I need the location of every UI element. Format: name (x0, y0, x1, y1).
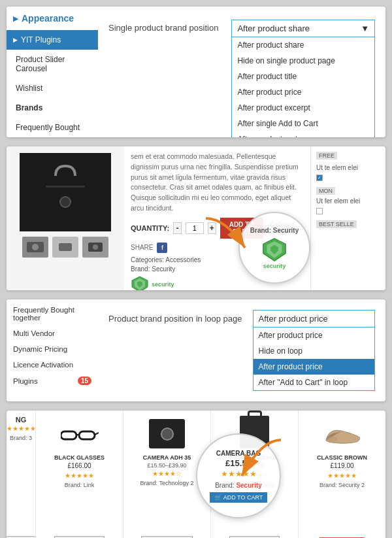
dropdown3-option-0[interactable]: After product price (253, 328, 374, 343)
camera-brand: Brand: Technology 2 (140, 480, 194, 486)
share-label: SHARE (131, 244, 153, 251)
checkbox-row-2 (316, 208, 380, 214)
checkbox-2[interactable] (316, 208, 323, 214)
spotlight-security-logo (261, 237, 287, 263)
card-product-detail-preview: sem et erat commodo malesuada. Pellentes… (7, 146, 385, 290)
shoes-price: £119.00 (330, 462, 353, 469)
dropdown3-option-1[interactable]: Hide on loop (253, 343, 374, 359)
sidebar-item-wishlist[interactable]: Wishlist (7, 78, 98, 98)
card3-content: Product brand position in loop page Afte… (98, 299, 385, 401)
partial-stars: ★★★★★ (7, 425, 36, 432)
partial-brand: Brand: 3 (10, 435, 32, 441)
dropdown3-option-2[interactable]: After product price (253, 359, 374, 375)
thumbnail-3[interactable] (82, 237, 108, 258)
right-col-text2: Ut fer elem elei (316, 197, 380, 206)
camera-price: £15.50–£39.90 (147, 462, 186, 469)
product-image-section (7, 146, 124, 290)
checkbox-row-1: ✓ (316, 175, 380, 181)
svg-rect-1 (46, 186, 85, 188)
checkbox-1[interactable]: ✓ (316, 175, 323, 181)
sidebar-item-appearance[interactable]: Appearance (7, 7, 98, 30)
quantity-decrease-button[interactable]: - (173, 222, 182, 234)
shoes-svg (323, 421, 362, 447)
sidebar3-item-multivendor[interactable]: Multi Vendor (7, 326, 98, 341)
sidebar-item-frequently-label: Frequently Bought (16, 123, 80, 132)
spotlight-add-to-cart-button[interactable]: 🛒 ADD TO CART (210, 492, 268, 503)
dropdown-option-5[interactable]: After single Add to Cart (232, 116, 374, 131)
sidebar-item-appearance-label: Appearance (22, 13, 74, 24)
dropdown3-selected-value[interactable]: After product price (253, 310, 375, 328)
product-sidebar-right: FREE Ut te elem elei ✓ MON Ut fer elem e… (310, 146, 385, 290)
sidebar-item-slider[interactable]: Product Slider Carousel (7, 50, 98, 78)
free-badge: FREE (316, 152, 337, 160)
plugins-badge: 15 (78, 377, 91, 385)
glasses-product-name: BLACK GLASSES (54, 454, 105, 461)
security-logo-label: security (152, 281, 174, 288)
product-thumbnails (22, 237, 108, 258)
cart-icon-spotlight: 🛒 (214, 494, 221, 501)
shoes-product-name: CLASSIC BROWN (317, 454, 367, 461)
spotlight-brand-name: security (263, 263, 286, 269)
partial-product-name: NG (16, 416, 27, 424)
svg-point-2 (60, 197, 71, 207)
loop-brand-position-label: Product brand position in loop page (108, 312, 242, 326)
camera-lens (161, 428, 174, 441)
sidebar-item-frequently[interactable]: Frequently Bought (7, 118, 98, 137)
sidebar: Appearance YIT Plugins Product Slider Ca… (7, 7, 98, 137)
shoes-brand: Brand: Security 2 (319, 482, 365, 488)
brand-position-dropdown[interactable]: After product share ▼ After product shar… (231, 20, 375, 37)
glasses-price: £166.00 (67, 462, 91, 469)
chevron-down-icon: ▼ (361, 24, 369, 33)
facebook-share-button[interactable]: f (157, 243, 167, 253)
setting-label-brand-position: Single product brand position (108, 22, 218, 34)
shoes-stars: ★★★★★ (327, 472, 357, 479)
dropdown-selected-value[interactable]: After product share ▼ (231, 20, 375, 37)
svg-rect-15 (61, 431, 76, 439)
best-seller-badge: BEST SELLE (316, 220, 357, 228)
dropdown3-option-3[interactable]: After "Add to Cart" in loop (253, 375, 374, 390)
sidebar3-item-licence[interactable]: Licence Activation (7, 357, 98, 373)
product-detail-layout: sem et erat commodo malesuada. Pellentes… (7, 146, 385, 290)
sidebar3-item-frequently[interactable]: Frequently Bought together (7, 302, 98, 326)
thumbnail-2[interactable] (52, 237, 78, 258)
sidebar-item-brands[interactable]: Brands (7, 98, 98, 118)
right-col-text1: Ut te elem elei (316, 163, 380, 173)
mon-badge: MON (316, 187, 335, 195)
svg-rect-5 (59, 243, 72, 251)
card-loop-setting: Frequently Bought together Multi Vendor … (7, 299, 385, 401)
sidebar-item-wishlist-label: Wishlist (16, 84, 42, 93)
dropdown-list: After product share Hide on single produ… (231, 37, 375, 137)
dropdown3-list: After product price Hide on loop After p… (253, 328, 375, 391)
camera-box (149, 419, 185, 448)
dropdown-option-2[interactable]: After product title (232, 69, 374, 84)
product-main-image (20, 153, 111, 231)
sidebar-item-yit-plugins[interactable]: YIT Plugins (7, 30, 98, 50)
quantity-label: QUANTITY: (131, 224, 169, 232)
dropdown-option-6[interactable]: After product meta (232, 131, 374, 137)
svg-point-20 (327, 436, 336, 441)
sidebar3: Frequently Bought together Multi Vendor … (7, 299, 98, 401)
glasses-stars: ★★★★★ (65, 472, 94, 479)
security-brand-logo (131, 275, 149, 291)
glasses-image (60, 416, 99, 452)
shoes-image (323, 416, 362, 452)
svg-point-4 (32, 244, 39, 250)
card-appearance-setting: Appearance YIT Plugins Product Slider Ca… (7, 7, 385, 137)
sidebar3-item-plugins[interactable]: Plugins 15 (7, 373, 98, 389)
loop-brand-position-dropdown[interactable]: After product price After product price … (253, 310, 375, 391)
sidebar3-item-dynamic[interactable]: Dynamic Pricing (7, 341, 98, 357)
dropdown-option-4[interactable]: After product excerpt (232, 100, 374, 116)
dropdown-option-1[interactable]: Hide on single product page (232, 53, 374, 69)
sidebar-item-brands-label: Brands (16, 103, 42, 112)
svg-point-7 (93, 244, 98, 250)
arrow-indicator-card2 (199, 212, 265, 264)
product-col-partial: NG ★★★★★ Brand: 3 🛒 CART (7, 411, 36, 538)
product-description: sem et erat commodo malesuada. Pellentes… (131, 152, 304, 214)
dropdown-option-0[interactable]: After product share (232, 37, 374, 53)
product-col-shoes: CLASSIC BROWN £119.00 ★★★★★ Brand: Secur… (299, 411, 385, 538)
dropdown-option-3[interactable]: After product price (232, 84, 374, 100)
camera-stars: ★★★★☆ (152, 470, 182, 477)
camera-product-name: CAMERA ADH 35 (143, 454, 191, 461)
thumbnail-1[interactable] (22, 237, 48, 258)
sidebar-item-slider-label: Product Slider Carousel (16, 55, 91, 73)
